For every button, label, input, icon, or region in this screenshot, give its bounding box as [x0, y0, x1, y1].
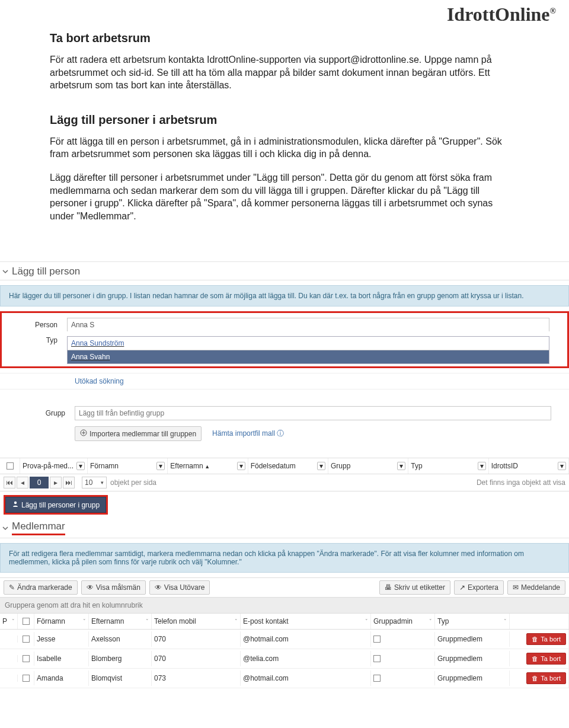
table-row[interactable]: JesseAxelsson070@hotmail.comGruppmedlem🗑…: [0, 630, 569, 649]
paragraph: Lägg därefter till personer i arbetsrumm…: [50, 171, 519, 222]
column-header[interactable]: P˅: [0, 614, 18, 629]
export-button[interactable]: ↗Exportera: [454, 580, 504, 595]
person-search-input[interactable]: Anna S: [67, 318, 549, 331]
print-labels-button[interactable]: 🖶Skriv ut etiketter: [379, 580, 450, 595]
column-menu-icon[interactable]: ▾: [478, 462, 486, 470]
cell-type: Gruppmedlem: [435, 670, 510, 686]
pager-first-button[interactable]: ⏮: [4, 477, 15, 488]
column-header[interactable]: Typ˅: [435, 614, 510, 629]
grid-header-row: Prova-på-med...▾ Förnamn▾ Efternamn▾ Föd…: [0, 458, 569, 474]
cell-type: Gruppmedlem: [435, 651, 510, 666]
section-title: Lägg till person: [12, 266, 80, 277]
delete-row-button[interactable]: 🗑Ta bort: [526, 653, 566, 665]
column-header[interactable]: Födelsedatum▾: [248, 458, 328, 474]
column-header[interactable]: Efternamn˅: [89, 614, 152, 629]
label-person: Person: [20, 321, 67, 329]
info-banner: Här lägger du till personer i din grupp.…: [0, 285, 569, 306]
table-row[interactable]: AmandaBlomqvist073@hotmail.comGruppmedle…: [0, 669, 569, 688]
cell-phone: 070: [152, 631, 241, 647]
show-guardians-button[interactable]: 👁Visa målsmän: [81, 580, 146, 595]
column-header[interactable]: Prova-på-med...▾: [20, 458, 88, 474]
brand-logo: IdrottOnline®: [0, 0, 569, 25]
pager-prev-button[interactable]: ◂: [17, 477, 28, 488]
chevron-down-icon: [2, 525, 8, 531]
heading-add-persons: Lägg till personer i arbetsrum: [50, 113, 519, 127]
column-header-sorted[interactable]: Efternamn▾: [168, 458, 248, 474]
paragraph: För att radera ett arbetsrum kontakta Id…: [50, 53, 519, 92]
delete-row-button[interactable]: 🗑Ta bort: [526, 633, 566, 645]
column-header[interactable]: Typ▾: [408, 458, 488, 474]
grid-empty-message: Det finns inga objekt att visa: [477, 478, 565, 487]
cell-email: @hotmail.com: [241, 670, 371, 686]
extended-search-link[interactable]: Utökad sökning: [75, 377, 124, 385]
delete-row-button[interactable]: 🗑Ta bort: [526, 672, 566, 684]
highlight-frame: Person Anna S Typ Anna Sundström Anna Sv…: [0, 311, 569, 368]
autocomplete-dropdown: Anna Sundström Anna Svahn: [67, 336, 549, 364]
column-menu-icon[interactable]: ▾: [76, 462, 85, 470]
column-header[interactable]: E-post kontakt˅: [241, 614, 371, 629]
table-row[interactable]: IsabelleBlomberg070@telia.comGruppmedlem…: [0, 649, 569, 669]
column-header[interactable]: Förnamn▾: [88, 458, 168, 474]
section-toggle-add-person[interactable]: Lägg till person: [0, 261, 569, 280]
cell-phone: 073: [152, 670, 241, 686]
group-input[interactable]: [75, 406, 551, 420]
row-expand[interactable]: [0, 675, 18, 682]
pencil-icon: ✎: [9, 583, 15, 592]
import-members-button[interactable]: Importera medlemmar till gruppen: [75, 426, 202, 441]
section-toggle-members[interactable]: Medlemmar: [0, 517, 569, 538]
pager-current-page: 0: [30, 477, 49, 488]
cell-groupadmin[interactable]: [371, 632, 435, 646]
column-header[interactable]: Grupp▾: [328, 458, 408, 474]
members-grid-header: P˅ Förnamn˅ Efternamn˅ Telefon mobil˅ E-…: [0, 614, 569, 630]
page-size-label: objekt per sida: [110, 478, 156, 487]
pager-last-button[interactable]: ⏭: [63, 477, 75, 488]
cell-groupadmin[interactable]: [371, 652, 435, 666]
grouping-drop-hint[interactable]: Gruppera genom att dra hit en kolumnrubr…: [0, 598, 569, 614]
autocomplete-option-selected[interactable]: Anna Svahn: [68, 350, 549, 363]
column-header[interactable]: Gruppadmin˅: [371, 614, 435, 629]
column-menu-icon[interactable]: ▾: [237, 462, 245, 470]
eye-icon: 👁: [155, 583, 162, 592]
row-expand[interactable]: [0, 636, 18, 643]
row-checkbox[interactable]: [18, 652, 34, 666]
autocomplete-option[interactable]: Anna Sundström: [68, 337, 549, 350]
cell-groupadmin[interactable]: [371, 671, 435, 685]
column-menu-icon[interactable]: ▾: [156, 462, 165, 470]
edit-selected-button[interactable]: ✎Ändra markerade: [4, 580, 78, 595]
pager-next-button[interactable]: ▸: [50, 477, 62, 488]
person-icon: [12, 500, 19, 509]
print-icon: 🖶: [385, 583, 392, 592]
add-persons-to-group-button[interactable]: Lägg till personer i grupp: [5, 497, 106, 513]
paragraph: För att lägga till en person i arbetsrum…: [50, 135, 519, 161]
page-size-select[interactable]: 10▾: [82, 477, 107, 488]
label-typ: Typ: [20, 336, 67, 344]
column-header-actions: [510, 614, 569, 629]
cell-lastname: Axelsson: [89, 631, 152, 647]
trash-icon: 🗑: [532, 675, 538, 682]
column-menu-icon[interactable]: ▾: [317, 462, 325, 470]
cell-firstname: Isabelle: [34, 651, 89, 666]
select-all-checkbox[interactable]: [0, 458, 20, 474]
trash-icon: 🗑: [532, 636, 538, 643]
row-expand[interactable]: [0, 655, 18, 662]
show-practitioners-button[interactable]: 👁Visa Utövare: [149, 580, 210, 595]
cell-lastname: Blomqvist: [89, 670, 152, 686]
download-icon: ⓘ: [277, 429, 284, 438]
heading-remove-workspace: Ta bort arbetsrum: [50, 31, 519, 45]
cell-email: @telia.com: [241, 651, 371, 666]
select-all-checkbox[interactable]: [18, 614, 34, 629]
download-template-link[interactable]: Hämta importfil mall ⓘ: [212, 429, 284, 439]
column-header[interactable]: IdrottsID▾: [489, 458, 569, 474]
row-checkbox[interactable]: [18, 632, 34, 646]
cell-email: @hotmail.com: [241, 631, 371, 647]
cell-phone: 070: [152, 651, 241, 666]
cell-firstname: Amanda: [34, 670, 89, 686]
info-banner: För att redigera flera medlemmar samtidi…: [0, 543, 569, 573]
row-checkbox[interactable]: [18, 671, 34, 685]
column-header[interactable]: Förnamn˅: [34, 614, 89, 629]
column-header[interactable]: Telefon mobil˅: [152, 614, 241, 629]
eye-icon: 👁: [87, 583, 94, 592]
message-button[interactable]: ✉Meddelande: [507, 580, 565, 595]
column-menu-icon[interactable]: ▾: [558, 462, 566, 470]
column-menu-icon[interactable]: ▾: [397, 462, 405, 470]
